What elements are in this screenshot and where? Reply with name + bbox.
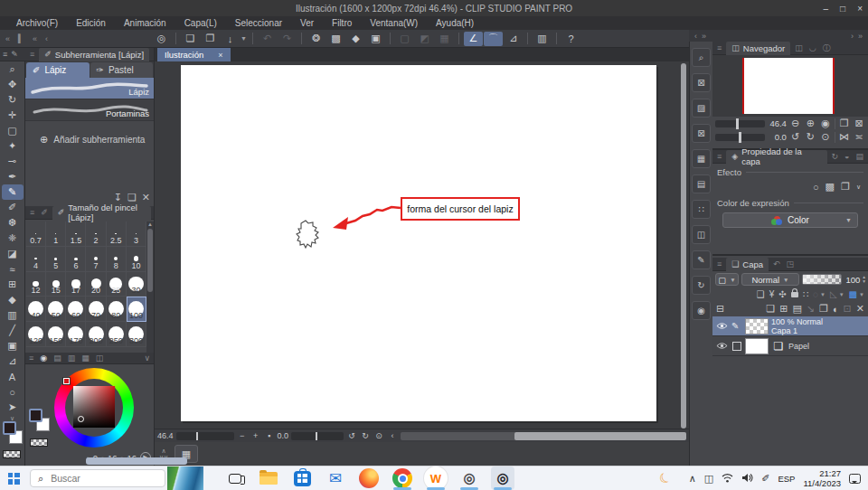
- options-tab[interactable]: ▤: [854, 152, 865, 161]
- visibility-eye-icon[interactable]: [714, 342, 729, 350]
- lock-transparent-pixels-button[interactable]: ∷: [803, 289, 808, 299]
- border-effect-button[interactable]: ○: [813, 182, 819, 193]
- tone-effect-button[interactable]: ▩: [826, 181, 835, 193]
- brush-size-100[interactable]: 100: [127, 297, 146, 322]
- open-clip-studio-button[interactable]: ▥: [533, 32, 552, 46]
- brush-size-1.5[interactable]: 1.5: [66, 221, 86, 247]
- menu-archivo-f[interactable]: Archivo(F): [7, 18, 67, 28]
- frame-border-tool[interactable]: ▣: [2, 338, 24, 353]
- brush-size-2.5[interactable]: 2.5: [107, 221, 127, 247]
- object-tool[interactable]: ➤: [2, 400, 24, 415]
- wattpad-button[interactable]: W: [424, 466, 448, 490]
- dock-quick-access-button[interactable]: ⌕: [692, 48, 711, 67]
- clip-studio-button[interactable]: ◎: [458, 466, 481, 490]
- task-view-button[interactable]: [223, 466, 247, 490]
- layer-property-tab[interactable]: ◈ Propiedad de la capa: [726, 150, 826, 164]
- brush-size-150[interactable]: 150: [46, 322, 66, 347]
- lock-layer-icon[interactable]: [791, 292, 798, 297]
- clip-to-layer-below-button[interactable]: ❑: [757, 289, 765, 299]
- polyline-tool[interactable]: ⊿: [2, 353, 24, 369]
- palette-dock-button[interactable]: ⊟: [716, 303, 724, 315]
- menu-ventana-w[interactable]: Ventana(W): [361, 18, 427, 28]
- dock-material-9-button[interactable]: ↻: [692, 276, 711, 295]
- chrome-button[interactable]: [391, 466, 414, 490]
- item-bank-tab[interactable]: ◡: [807, 43, 818, 52]
- move-tool[interactable]: ✛: [2, 108, 24, 123]
- brush-size-12[interactable]: 12: [26, 272, 46, 297]
- brush-size-0.7[interactable]: 0.7: [26, 221, 46, 247]
- eyedropper-tool[interactable]: ⊸: [2, 154, 24, 169]
- document-tab[interactable]: Ilustración ×: [157, 48, 231, 61]
- redo-button[interactable]: ↷: [278, 32, 297, 46]
- color-history-tab[interactable]: ◫: [96, 353, 104, 363]
- tool-panel-tab-icon[interactable]: ✎: [11, 50, 18, 59]
- scroll-thumb[interactable]: [514, 432, 686, 440]
- brush-size-170[interactable]: 170: [66, 322, 86, 347]
- clip-studio-paint-button[interactable]: ◎: [491, 466, 514, 490]
- set-ruler-button[interactable]: ✣: [778, 289, 786, 299]
- brush-size-5[interactable]: 5: [46, 247, 66, 272]
- layer-row-capa-1[interactable]: ✎ 100 % Normal Capa 1: [712, 316, 868, 336]
- microsoft-store-button[interactable]: [290, 466, 314, 490]
- delete-layer-button[interactable]: ✕: [856, 303, 864, 315]
- brush-size-40[interactable]: 40: [26, 297, 46, 322]
- close-button[interactable]: ×: [857, 4, 863, 14]
- scroll-thumb[interactable]: [147, 229, 153, 292]
- dock-material-3-button[interactable]: ⊠: [692, 124, 711, 143]
- subtool-item-lapiz[interactable]: Lápiz: [25, 78, 154, 99]
- brush-size-6[interactable]: 6: [66, 247, 86, 272]
- brush-size-3[interactable]: 3: [127, 221, 146, 247]
- moon-icon[interactable]: ☾: [656, 468, 675, 488]
- brush-size-70[interactable]: 70: [86, 297, 106, 322]
- clip-studio-logo-button[interactable]: ◎: [152, 32, 171, 46]
- brush-size-15[interactable]: 15: [46, 272, 66, 297]
- brush-size-7[interactable]: 7: [86, 247, 106, 272]
- color-set-tab[interactable]: ▥: [68, 353, 76, 363]
- toolbar-collapse-handles[interactable]: «▍«‹: [0, 34, 152, 43]
- combine-with-lower-layer-button[interactable]: ❐: [819, 303, 828, 315]
- menu-ayuda-h[interactable]: Ayuda(H): [427, 18, 483, 28]
- layer-thumbnail[interactable]: [745, 318, 769, 335]
- visibility-eye-icon[interactable]: [714, 322, 729, 330]
- layer-color-button[interactable]: ▩: [849, 289, 857, 299]
- layer-comp-tab[interactable]: ◳: [785, 259, 797, 269]
- navigator-preview[interactable]: [712, 55, 868, 117]
- subtool-panel-tab[interactable]: ✐ Subherramienta [Lápiz]: [39, 48, 149, 61]
- airbrush-tool[interactable]: ❆: [2, 215, 24, 231]
- canvas-page[interactable]: [181, 65, 656, 421]
- figure-tool[interactable]: ⊞: [2, 277, 24, 292]
- zoom-in-button[interactable]: +: [250, 431, 261, 440]
- hue-marker[interactable]: [63, 378, 70, 384]
- brush-size-panel-tab[interactable]: ✐ Tamaño del pincel [Lápiz]: [52, 206, 151, 220]
- brush-size-10[interactable]: 10: [127, 247, 146, 272]
- undo-button[interactable]: ↶: [258, 32, 277, 46]
- nav-rotate-reset-button[interactable]: ⊙: [819, 131, 832, 143]
- vertical-scrollbar[interactable]: [681, 63, 686, 429]
- save-file-button[interactable]: ↓: [221, 32, 240, 46]
- transfer-to-lower-layer-button[interactable]: ↘: [807, 303, 815, 315]
- mail-button[interactable]: ✉: [324, 466, 347, 490]
- color-mixing-tab[interactable]: ▦: [81, 353, 90, 363]
- layer-search-tab[interactable]: ↶: [771, 259, 782, 269]
- brush-size-50[interactable]: 50: [46, 297, 66, 322]
- brush-tool[interactable]: ✐: [2, 200, 24, 215]
- clear-outside-selection-button[interactable]: ▩: [326, 32, 345, 46]
- brush-size-120[interactable]: 120: [26, 322, 46, 347]
- volume-icon[interactable]: [741, 473, 753, 485]
- auto-select-tool[interactable]: ✦: [2, 138, 24, 154]
- brush-size-17[interactable]: 17: [66, 272, 86, 297]
- main-color-swatch[interactable]: [29, 409, 42, 422]
- shrink-selection-button[interactable]: ▦: [435, 32, 454, 46]
- start-button[interactable]: [0, 473, 27, 485]
- taskbar-search[interactable]: ⌕: [30, 469, 165, 487]
- sv-cursor[interactable]: [78, 416, 84, 422]
- brush-size-1[interactable]: 1: [46, 221, 66, 247]
- brush-size-20[interactable]: 20: [86, 272, 106, 297]
- subtool-tab-lapiz[interactable]: ✐ Lápiz: [26, 62, 90, 78]
- deselect-button[interactable]: ▢: [395, 32, 414, 46]
- enable-mask-button[interactable]: ◌: [813, 289, 818, 299]
- zoom-tool[interactable]: ⌕: [2, 61, 24, 77]
- close-tab-icon[interactable]: ×: [218, 51, 222, 60]
- layer-row-papel[interactable]: ❏ Papel: [712, 336, 868, 356]
- nav-zoom-out-button[interactable]: ⊖: [789, 118, 802, 129]
